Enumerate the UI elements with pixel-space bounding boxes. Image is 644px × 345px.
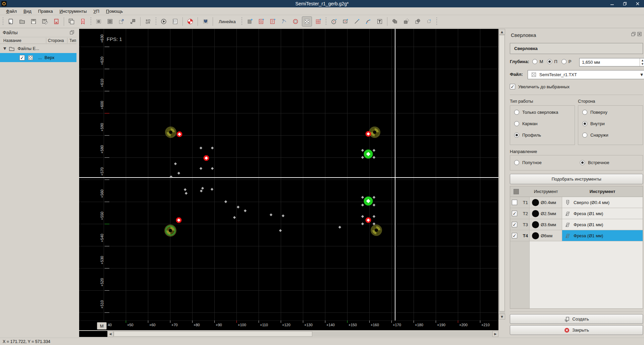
- drawing-canvas[interactable]: +630+620+610+600+590+580+570+560+550+540…: [79, 29, 498, 330]
- layer-drill-button[interactable]: [302, 16, 312, 27]
- fiducial-marker[interactable]: [166, 227, 174, 235]
- canvas-vertical-scrollbar[interactable]: ▲ ▼: [499, 29, 505, 319]
- arrange-windows-button[interactable]: [143, 16, 153, 27]
- panel-float-icon[interactable]: [631, 32, 636, 38]
- direction-option-1[interactable]: Попутное: [514, 160, 542, 165]
- horizontal-scroll-thumb[interactable]: [114, 331, 312, 337]
- pad-point[interactable]: [373, 149, 375, 152]
- pad-point[interactable]: [200, 147, 202, 149]
- pad-point[interactable]: [373, 156, 375, 159]
- tool-assign-cell[interactable]: Фреза (Ø1 мм): [562, 219, 643, 230]
- layer-polygon-button[interactable]: [256, 16, 266, 27]
- tool-row-t3[interactable]: T3Ø3.6ммФреза (Ø1 мм): [510, 219, 643, 230]
- radio-icon[interactable]: [582, 110, 587, 115]
- layer-tracks-button[interactable]: [268, 16, 278, 27]
- direction-option-2[interactable]: Встречное: [580, 160, 609, 165]
- panel-close-icon[interactable]: [637, 32, 642, 38]
- save-all-button[interactable]: [66, 16, 76, 27]
- side-option-2[interactable]: Внутри: [582, 121, 605, 126]
- pad-point[interactable]: [373, 204, 375, 206]
- tool-diameter-cell[interactable]: Ø0.4мм: [530, 197, 562, 208]
- tool-enable-cell[interactable]: T1: [510, 197, 530, 208]
- pad-point[interactable]: [211, 188, 213, 191]
- depth-mode-radio-М[interactable]: [532, 59, 537, 64]
- zoom-to-selected-row[interactable]: Увеличить до выбранных: [510, 84, 643, 89]
- menu-item-вид[interactable]: Вид: [20, 8, 35, 14]
- layer-pad-button[interactable]: [245, 16, 255, 27]
- origin-marker-button[interactable]: [185, 16, 195, 27]
- tool-column-header-bold[interactable]: Инструмент: [562, 189, 643, 194]
- pad-point[interactable]: [361, 223, 364, 225]
- scroll-down-arrow[interactable]: ▼: [499, 314, 505, 319]
- radio-icon[interactable]: [514, 133, 519, 138]
- pad-point[interactable]: [270, 213, 272, 216]
- pad-point[interactable]: [211, 167, 214, 170]
- draw-text-button[interactable]: [375, 16, 385, 27]
- select-region-button[interactable]: [94, 16, 104, 27]
- pad-point[interactable]: [211, 147, 214, 149]
- tool-diameter-cell[interactable]: Ø3.6мм: [530, 219, 562, 230]
- fiducial-marker[interactable]: [167, 128, 175, 136]
- layer-pattern-button[interactable]: [313, 16, 323, 27]
- pad-point[interactable]: [361, 204, 364, 206]
- radio-icon[interactable]: [514, 110, 519, 115]
- menu-item-уп[interactable]: УП: [90, 8, 103, 14]
- pad-point[interactable]: [338, 226, 341, 229]
- fiducial-marker[interactable]: [372, 226, 380, 234]
- minimize-button[interactable]: [606, 0, 619, 7]
- tool-row-t1[interactable]: T1Ø0.4ммСверло (Ø0.4 мм): [510, 197, 643, 208]
- toolbar-grip[interactable]: [90, 17, 91, 26]
- drill-point-red[interactable]: [176, 217, 182, 223]
- tool-enable-cell[interactable]: T2: [510, 208, 530, 219]
- column-side[interactable]: Сторона: [48, 38, 64, 43]
- save-as-button[interactable]: [40, 16, 50, 27]
- pad-point[interactable]: [174, 162, 177, 165]
- zoom-to-selection-button[interactable]: [116, 16, 126, 27]
- radio-icon[interactable]: [514, 121, 519, 126]
- file-row-selected[interactable]: ... Верх: [0, 53, 76, 62]
- open-file-button[interactable]: [17, 16, 27, 27]
- depth-value[interactable]: 1,650 мм: [582, 60, 600, 65]
- menu-item-правка[interactable]: Правка: [35, 8, 56, 14]
- menu-item-помощь[interactable]: Помощь: [103, 8, 126, 14]
- ruler-tool-button[interactable]: Линейка: [215, 16, 239, 27]
- pad-point[interactable]: [361, 215, 364, 218]
- save-button[interactable]: [29, 16, 39, 27]
- pad-point[interactable]: [373, 223, 375, 225]
- tool-row-t2[interactable]: T2Ø2.5ммФреза (Ø1 мм): [510, 208, 643, 219]
- run-job-button[interactable]: [159, 16, 169, 27]
- work-type-option-3[interactable]: Профиль: [514, 133, 541, 138]
- tab-drilling[interactable]: Сверловка: [510, 43, 643, 54]
- work-type-option-1[interactable]: Только сверловка: [514, 110, 558, 115]
- spin-down-icon[interactable]: ▼: [640, 62, 644, 66]
- files-panel-float-icon[interactable]: [69, 30, 74, 36]
- fiducial-marker[interactable]: [371, 128, 379, 136]
- bool-intersect-button[interactable]: [413, 16, 423, 27]
- radio-icon[interactable]: [582, 121, 587, 126]
- tool-enable-checkbox[interactable]: [512, 200, 517, 205]
- tool-enable-checkbox[interactable]: [512, 233, 517, 238]
- tool-enable-cell[interactable]: T3: [510, 219, 530, 230]
- pad-point[interactable]: [184, 188, 186, 191]
- snap-grid-button[interactable]: [200, 16, 210, 27]
- pad-point[interactable]: [224, 200, 227, 203]
- column-type[interactable]: Тип: [69, 38, 76, 43]
- tools-table-header[interactable]: Инструмент Инструмент: [510, 186, 643, 197]
- pad-point[interactable]: [200, 190, 203, 192]
- pad-point[interactable]: [361, 156, 364, 159]
- pad-point[interactable]: [279, 229, 282, 232]
- pad-point[interactable]: [237, 206, 239, 208]
- pad-point[interactable]: [244, 209, 247, 212]
- close-panel-button[interactable]: Закрыть: [510, 325, 643, 335]
- files-column-header[interactable]: Название Сторона Тип: [0, 37, 76, 44]
- pad-point[interactable]: [200, 167, 202, 170]
- create-button[interactable]: Создать: [510, 314, 643, 324]
- scroll-left-arrow[interactable]: ◀: [107, 331, 113, 337]
- job-list-button[interactable]: [170, 16, 180, 27]
- depth-mode-radio-П[interactable]: [547, 59, 552, 64]
- drill-point-red[interactable]: [204, 155, 209, 161]
- scroll-up-arrow[interactable]: ▲: [499, 29, 505, 35]
- files-root-row[interactable]: ▼ Файлы Е...: [0, 44, 76, 53]
- select-object-button[interactable]: [105, 16, 115, 27]
- menu-item-инструменты[interactable]: Инструменты: [56, 8, 90, 14]
